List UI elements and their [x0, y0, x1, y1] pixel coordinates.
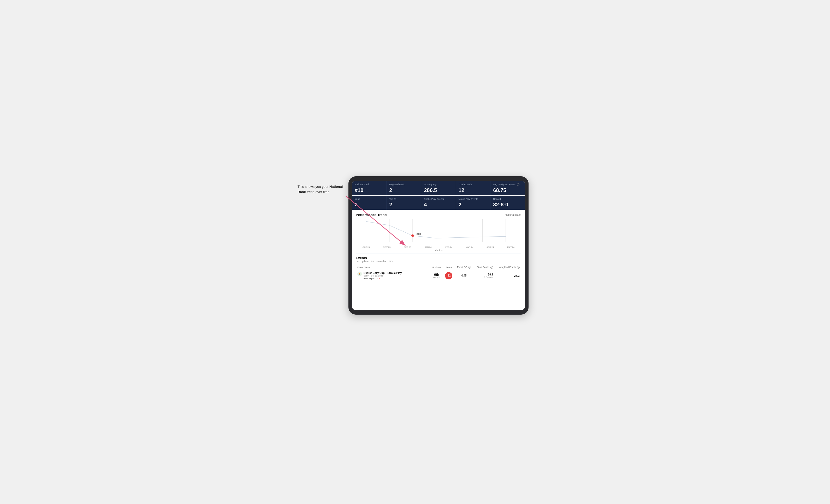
- stat-scoring-avg: Scoring Avg. 286.5: [421, 181, 456, 195]
- col-total-points: Total Points i: [474, 265, 494, 270]
- chart-area: #10: [356, 219, 521, 245]
- x-label-nov23: NOV 23: [376, 246, 397, 248]
- table-row: 🏌 Buster Cozy Cup – Stroke Play Oct 9 – …: [356, 270, 521, 281]
- stat-stroke-play-events: Stroke Play Events 4: [421, 196, 456, 210]
- stat-record: Record 32-8-0: [490, 196, 525, 210]
- chart-title: Performance Trend: [356, 213, 387, 217]
- svg-text:#10: #10: [417, 233, 421, 236]
- events-title: Events: [356, 256, 521, 260]
- weighted-points-cell: 28.3: [494, 270, 521, 281]
- total-pts-main: 28.3: [475, 273, 493, 276]
- chart-x-axis-title: Months: [356, 249, 521, 251]
- x-label-oct23: OCT 23: [356, 246, 376, 248]
- col-position: Position: [430, 265, 443, 270]
- info-icon: i: [517, 183, 519, 186]
- events-last-updated: Last updated: 24th November 2023: [356, 260, 521, 263]
- tablet-screen: National Rank #10 Regional Rank 2 Scorin…: [352, 181, 525, 310]
- event-details: Buster Cozy Cup – Stroke Play Oct 9 – Oc…: [363, 272, 402, 280]
- events-section: Events Last updated: 24th November 2023 …: [352, 254, 525, 310]
- x-label-apr24: APR 24: [480, 246, 501, 248]
- scene: This shows you your National Rank trend …: [297, 176, 533, 328]
- stat-total-rounds: Total Rounds 12: [456, 181, 490, 195]
- position-main: 6th: [432, 273, 441, 276]
- total-pts-sub: 3 Rounds: [475, 276, 493, 278]
- tablet-frame: National Rank #10 Regional Rank 2 Scorin…: [348, 176, 529, 314]
- stat-avg-weighted-points: Avg. Weighted Points i 68.75: [490, 181, 525, 195]
- total-points-cell: 28.3 3 Rounds: [474, 270, 494, 281]
- stat-national-rank: National Rank #10: [352, 181, 387, 195]
- stat-wins: Wins 2: [352, 196, 387, 210]
- col-event-name: Event Name: [356, 265, 430, 270]
- weighted-pts-info-icon: i: [517, 266, 520, 269]
- chart-header: Performance Trend National Rank: [356, 213, 521, 217]
- col-weighted-points: Weighted Points i: [494, 265, 521, 270]
- position-sub: out of 7: [432, 276, 441, 279]
- event-sg-cell: 0.45: [455, 270, 474, 281]
- chart-svg: #10: [356, 219, 521, 245]
- total-pts-wrapper: 28.3 3 Rounds: [475, 273, 493, 278]
- chart-x-labels: OCT 23 NOV 23 DEC 23 JAN 24 FEB 24 MAR 2…: [356, 245, 521, 248]
- stats-row-1: National Rank #10 Regional Rank 2 Scorin…: [352, 181, 525, 195]
- event-name-cell: 🏌 Buster Cozy Cup – Stroke Play Oct 9 – …: [356, 270, 430, 281]
- rank-impact-direction: ▼: [378, 277, 380, 280]
- annotation-text: This shows you your National Rank trend …: [297, 184, 348, 194]
- x-label-may24: MAY 24: [501, 246, 521, 248]
- stat-top3s: Top 3s 2: [387, 196, 421, 210]
- stat-match-play-events: Match Play Events 2: [456, 196, 490, 210]
- x-label-feb24: FEB 24: [439, 246, 459, 248]
- rank-impact: Rank Impact: 3 ▼: [363, 277, 402, 280]
- col-score: Score: [443, 265, 454, 270]
- event-date: Oct 9 – Oct 10, 2023: [363, 275, 402, 277]
- x-label-jan24: JAN 24: [418, 246, 439, 248]
- event-name: Buster Cozy Cup – Stroke Play: [363, 272, 402, 274]
- stat-regional-rank: Regional Rank 2: [387, 181, 421, 195]
- chart-section: Performance Trend National Rank: [352, 210, 525, 254]
- stats-row-2: Wins 2 Top 3s 2 Stroke Play Events 4 Mat…: [352, 196, 525, 210]
- score-cell: -22: [443, 270, 454, 281]
- x-label-dec23: DEC 23: [397, 246, 418, 248]
- event-type-icon: 🏌: [357, 272, 362, 276]
- weighted-pts-value: 28.3: [514, 274, 520, 277]
- events-table: Event Name Position Score Event SG i Tot…: [356, 265, 521, 281]
- score-badge: -22: [445, 272, 452, 279]
- total-pts-info-icon: i: [490, 266, 493, 269]
- chart-rank-label: National Rank: [505, 213, 521, 216]
- position-cell: 6th out of 7: [430, 270, 443, 281]
- x-label-mar24: MAR 24: [459, 246, 480, 248]
- chart-data-point: [411, 235, 414, 237]
- event-sg-info-icon: i: [468, 266, 471, 269]
- event-name-wrapper: 🏌 Buster Cozy Cup – Stroke Play Oct 9 – …: [357, 272, 428, 280]
- col-event-sg: Event SG i: [455, 265, 474, 270]
- events-table-header-row: Event Name Position Score Event SG i Tot…: [356, 265, 521, 270]
